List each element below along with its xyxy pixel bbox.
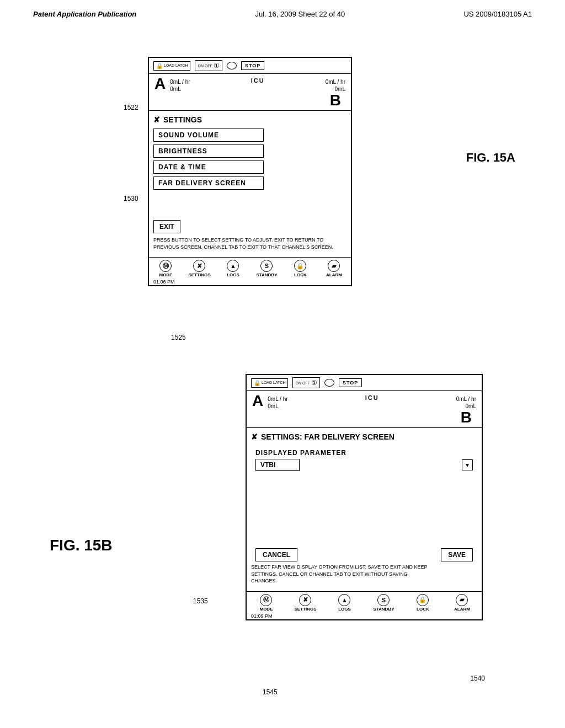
device-panel-15a: 🔒 LOAD LATCH ON OFF ① STOP A 0mL / hr 0m… [148, 57, 352, 286]
ref-1530: 1530 [124, 195, 138, 202]
stop-btn-15a[interactable]: STOP [241, 61, 264, 70]
settings-icon-tb-15a: ✘ [193, 260, 205, 272]
header-left: Patent Application Publication [33, 10, 136, 18]
settings-title-15a: SETTINGS [163, 115, 202, 124]
channel-a-values-15b: 0mL / hr 0mL [268, 395, 287, 410]
channel-a-rate-15b: 0mL / hr [268, 395, 287, 403]
settings-icon-15b: ✘ [251, 432, 258, 441]
toolbar-settings-15a[interactable]: ✘ SETTINGS [188, 260, 210, 277]
save-btn-15b[interactable]: SAVE [441, 548, 473, 561]
logs-icon-15b: ▲ [338, 594, 350, 606]
ref-1540: 1540 [470, 675, 485, 682]
top-bar-15a: 🔒 LOAD LATCH ON OFF ① STOP [149, 58, 351, 74]
lock-icon-15a: 🔒 [294, 260, 306, 272]
instruction-15a: PRESS BUTTON TO SELECT SETTING TO ADJUST… [153, 237, 335, 250]
icu-label-15a: ICU [190, 76, 326, 84]
header-center: Jul. 16, 2009 Sheet 22 of 40 [255, 10, 345, 18]
stop-btn-15b[interactable]: STOP [339, 378, 362, 387]
toolbar-settings-15b[interactable]: ✘ SETTINGS [294, 594, 316, 612]
channel-b-values-15a: 0mL / hr 0mL [326, 78, 345, 93]
settings-header-15a: ✘ SETTINGS [153, 114, 347, 125]
load-latch-btn-15b[interactable]: 🔒 LOAD LATCH [251, 378, 288, 388]
standby-icon-15a: S [260, 260, 273, 272]
menu-item-far-delivery[interactable]: FAR DELIVERY SCREEN [153, 176, 264, 190]
standby-icon-15b: S [377, 594, 390, 606]
bottom-toolbar-15a: Ⓜ MODE ✘ SETTINGS ▲ LOGS S STANDBY 🔒 LOC… [149, 257, 351, 279]
menu-item-sound[interactable]: SOUND VOLUME [153, 129, 264, 142]
settings-icon-tb-15b: ✘ [299, 594, 311, 606]
channel-b-rate-15b: 0mL / hr [456, 395, 476, 403]
fig15b-container: FIG. 15B 1535 1540 1545 🔒 LOAD LATCH ON … [0, 366, 565, 724]
toolbar-alarm-15b[interactable]: ▰ ALARM [451, 594, 473, 612]
channel-b-values-15b: 0mL / hr 0mL [456, 395, 476, 410]
toolbar-standby-15b[interactable]: S STANDBY [372, 594, 395, 612]
ref-1535: 1535 [193, 597, 208, 605]
screen-15b: ✘ SETTINGS: FAR DELIVERY SCREEN DISPLAYE… [247, 428, 482, 591]
channel-row-15a: A 0mL / hr 0mL ICU 0mL / hr 0mL B [149, 74, 351, 111]
param-label-15b: DISPLAYED PARAMETER [255, 449, 473, 457]
screen-15a: ✘ SETTINGS SOUND VOLUME BRIGHTNESS DATE … [149, 111, 351, 257]
channel-b-rate-15a: 0mL / hr [326, 78, 345, 85]
lock-icon-15b: 🔒 [417, 594, 429, 606]
toolbar-mode-15a[interactable]: Ⓜ MODE [154, 260, 177, 277]
channel-a-values-15a: 0mL / hr 0mL [170, 78, 190, 93]
exit-btn-15a[interactable]: EXIT [153, 220, 180, 233]
channel-a-vol-15b: 0mL [268, 403, 287, 410]
cancel-btn-15b[interactable]: CANCEL [255, 548, 297, 561]
toolbar-standby-15a[interactable]: S STANDBY [255, 260, 278, 277]
toolbar-mode-15b[interactable]: Ⓜ MODE [255, 594, 277, 612]
on-off-btn-15b[interactable]: ON OFF ① [292, 377, 319, 388]
device-panel-15b: 🔒 LOAD LATCH ON OFF ① STOP A 0mL / hr 0m… [246, 374, 483, 620]
toolbar-alarm-15a[interactable]: ▰ ALARM [323, 260, 345, 277]
ref-1522: 1522 [124, 104, 138, 111]
on-off-btn-15a[interactable]: ON OFF ① [195, 60, 222, 71]
header-right: US 2009/0183105 A1 [463, 10, 532, 18]
mode-icon-15a: Ⓜ [159, 260, 172, 272]
mode-icon-15b: Ⓜ [260, 594, 272, 606]
toolbar-logs-15b[interactable]: ▲ LOGS [333, 594, 355, 612]
page-header: Patent Application Publication Jul. 16, … [0, 0, 565, 24]
settings-icon-15a: ✘ [153, 115, 160, 124]
instruction-15b: SELECT FAR VIEW DISPLAY OPTION FROM LIST… [251, 564, 433, 585]
oval-indicator-15b [324, 379, 334, 387]
channel-a-label-15a: A [154, 76, 166, 92]
param-dropdown-row-15b: VTBI ▼ [255, 459, 473, 471]
icu-label-15b: ICU [288, 393, 456, 401]
channel-a-vol-15a: 0mL [170, 85, 190, 93]
menu-list-15a: SOUND VOLUME BRIGHTNESS DATE & TIME FAR … [153, 129, 347, 192]
fig15a-container: 1522 1530 FIG. 15A 1525 🔒 LOAD LATCH ON … [0, 24, 565, 366]
settings-title-15b: SETTINGS: FAR DELIVERY SCREEN [261, 432, 395, 441]
time-bar-15a: 01:06 PM [149, 279, 351, 285]
action-row-15b: CANCEL SAVE [251, 546, 477, 564]
fig15b-label: FIG. 15B [50, 537, 113, 554]
param-section-15b: DISPLAYED PARAMETER VTBI ▼ [251, 446, 477, 474]
bottom-toolbar-15b: Ⓜ MODE ✘ SETTINGS ▲ LOGS S STANDBY 🔒 LOC… [247, 591, 482, 613]
ref-1525: 1525 [171, 334, 186, 341]
channel-a-rate-15a: 0mL / hr [170, 78, 190, 85]
fig15a-label: FIG. 15A [466, 151, 515, 165]
ref-1545: 1545 [263, 688, 278, 696]
settings-header-15b: ✘ SETTINGS: FAR DELIVERY SCREEN [251, 431, 477, 442]
toolbar-lock-15b[interactable]: 🔒 LOCK [412, 594, 434, 612]
alarm-icon-15a: ▰ [328, 260, 340, 272]
top-bar-15b: 🔒 LOAD LATCH ON OFF ① STOP [247, 375, 482, 391]
menu-item-brightness[interactable]: BRIGHTNESS [153, 144, 264, 158]
channel-a-label-15b: A [252, 393, 263, 409]
toolbar-lock-15a[interactable]: 🔒 LOCK [289, 260, 311, 277]
channel-b-label-15a: B [330, 93, 341, 108]
load-latch-btn-15a[interactable]: 🔒 LOAD LATCH [153, 61, 190, 71]
channel-row-15b: A 0mL / hr 0mL ICU 0mL / hr 0mL B [247, 391, 482, 428]
time-bar-15b: 01:09 PM [247, 613, 482, 619]
channel-b-label-15b: B [461, 410, 472, 425]
alarm-icon-15b: ▰ [456, 594, 468, 606]
dropdown-arrow-15b[interactable]: ▼ [462, 459, 473, 470]
oval-indicator-15a [227, 62, 237, 69]
toolbar-logs-15a[interactable]: ▲ LOGS [222, 260, 244, 277]
param-value-15b: VTBI [255, 459, 300, 471]
logs-icon-15a: ▲ [227, 260, 239, 272]
menu-item-datetime[interactable]: DATE & TIME [153, 160, 264, 174]
